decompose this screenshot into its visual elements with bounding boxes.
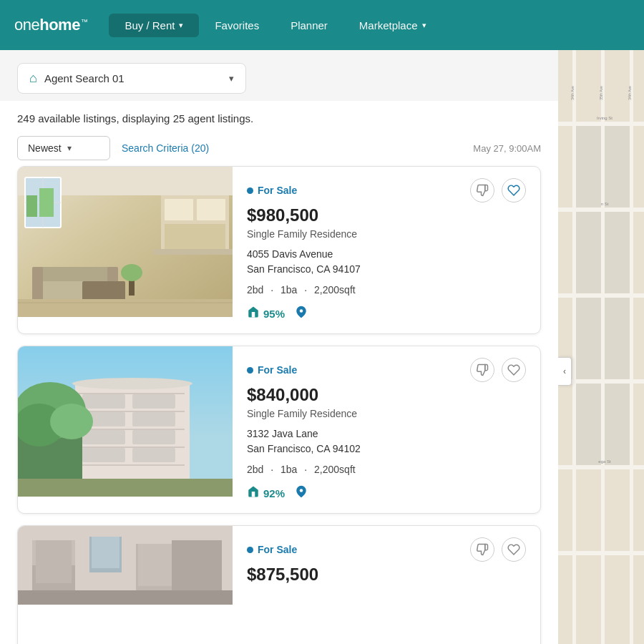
svg-rect-14	[32, 267, 118, 281]
sort-dropdown[interactable]: Newest ▾	[17, 136, 110, 160]
marketplace-chevron-icon: ▾	[422, 21, 426, 30]
listing-address-2: 3132 Java Lane San Francisco, CA 94102	[247, 426, 526, 457]
nav-buy-rent[interactable]: Buy / Rent ▾	[109, 14, 199, 37]
svg-rect-56	[18, 590, 233, 605]
svg-rect-20	[18, 299, 233, 317]
nav-planner[interactable]: Planner	[275, 14, 343, 37]
svg-rect-68	[576, 126, 601, 208]
status-dot-2	[247, 367, 253, 374]
svg-rect-44	[18, 479, 233, 497]
svg-rect-65	[572, 50, 576, 644]
svg-rect-15	[32, 267, 43, 303]
svg-rect-71	[605, 212, 630, 293]
listing-image-1[interactable]	[18, 167, 233, 333]
map-toggle-button[interactable]: ‹	[558, 357, 572, 386]
svg-rect-37	[82, 448, 125, 462]
svg-rect-50	[36, 540, 72, 583]
listing-card-2: For Sale	[17, 346, 541, 514]
dislike-button-3[interactable]	[470, 537, 494, 562]
svg-rect-72	[576, 298, 601, 379]
svg-rect-74	[576, 384, 601, 465]
listing-status-row-3: For Sale	[247, 537, 526, 562]
search-bar-area: ⌂ Agent Search 01 ▾	[0, 50, 558, 101]
svg-rect-38	[132, 448, 175, 462]
svg-rect-69	[605, 126, 630, 208]
listing-status-3: For Sale	[247, 544, 297, 555]
listings-summary: 249 available listings, displaying 25 ag…	[17, 112, 541, 125]
logo-light: one	[14, 16, 39, 34]
favorite-button-3[interactable]	[502, 537, 526, 562]
listing-actions-1	[470, 178, 526, 203]
favorite-button-1[interactable]	[502, 178, 526, 203]
search-chevron-icon: ▾	[229, 73, 234, 84]
sort-chevron-icon: ▾	[67, 143, 72, 153]
house-icon-2	[247, 485, 260, 502]
svg-rect-75	[605, 384, 630, 465]
svg-text:34th Ave: 34th Ave	[628, 86, 632, 100]
logo-bold: home	[39, 16, 80, 34]
svg-rect-31	[82, 394, 125, 409]
sort-label: Newest	[28, 142, 62, 154]
svg-rect-27	[79, 411, 185, 412]
dislike-button-1[interactable]	[470, 178, 494, 203]
svg-text:35th Ave: 35th Ave	[599, 86, 603, 100]
map-panel: ‹ Irving St n St	[558, 50, 644, 644]
listings-area: 249 available listings, displaying 25 ag…	[0, 101, 558, 644]
listing-status-2: For Sale	[247, 364, 297, 376]
search-label: Agent Search 01	[44, 72, 222, 84]
listing-type-1: Single Family Residence	[247, 228, 526, 240]
listing-image-2[interactable]	[18, 346, 233, 513]
property-photo-1	[18, 167, 233, 317]
svg-rect-36	[132, 430, 175, 444]
home-icon: ⌂	[29, 71, 37, 86]
svg-point-43	[50, 404, 93, 439]
listing-price-3: $875,500	[247, 565, 526, 585]
buy-rent-chevron-icon: ▾	[179, 21, 183, 30]
svg-point-23	[300, 309, 303, 313]
listing-specs-1: 2bd · 1ba · 2,200sqft	[247, 284, 526, 296]
left-panel: ⌂ Agent Search 01 ▾ 249 available listin…	[0, 50, 558, 644]
svg-rect-6	[26, 195, 37, 217]
listing-price-2: $840,000	[247, 385, 526, 405]
listing-status-1: For Sale	[247, 185, 297, 196]
listing-details-3: For Sale	[233, 526, 540, 644]
search-criteria-link[interactable]: Search Criteria (20)	[122, 142, 209, 154]
svg-point-39	[72, 378, 192, 389]
svg-text:ega St: ega St	[598, 459, 611, 464]
map-pin-icon-2[interactable]	[295, 485, 308, 502]
listing-price-1: $980,500	[247, 205, 526, 225]
svg-rect-26	[79, 393, 185, 394]
listing-card: For Sale	[17, 166, 541, 334]
svg-rect-54	[138, 544, 173, 586]
svg-rect-55	[172, 540, 222, 590]
svg-point-19	[121, 264, 142, 281]
listing-actions-3	[470, 537, 526, 562]
svg-rect-66	[601, 50, 605, 644]
svg-rect-28	[79, 429, 185, 430]
listing-image-3[interactable]	[18, 526, 233, 644]
listing-footer-2: 92%	[247, 485, 526, 502]
svg-rect-30	[79, 464, 185, 466]
nav-marketplace[interactable]: Marketplace ▾	[343, 14, 442, 37]
listings-controls: Newest ▾ Search Criteria (20) May 27, 9:…	[17, 136, 541, 160]
app-logo[interactable]: onehome™	[14, 16, 87, 34]
agent-search-dropdown[interactable]: ⌂ Agent Search 01 ▾	[17, 63, 246, 94]
main-nav: Buy / Rent ▾ Favorites Planner Marketpla…	[109, 14, 630, 37]
status-dot-1	[247, 187, 253, 194]
house-icon-1	[247, 306, 260, 322]
listing-specs-2: 2bd · 1ba · 2,200sqft	[247, 464, 526, 475]
svg-text:34th Ave: 34th Ave	[570, 86, 575, 100]
match-score-1: 95%	[247, 306, 285, 322]
listing-actions-2	[470, 358, 526, 382]
svg-rect-7	[39, 188, 54, 217]
svg-rect-10	[197, 199, 225, 220]
svg-rect-34	[132, 412, 175, 426]
favorite-button-2[interactable]	[502, 358, 526, 382]
listing-footer-1: 95%	[247, 306, 526, 322]
map-pin-icon-1[interactable]	[295, 306, 308, 322]
nav-favorites[interactable]: Favorites	[199, 14, 275, 37]
svg-rect-29	[79, 447, 185, 448]
dislike-button-2[interactable]	[470, 358, 494, 382]
svg-rect-52	[92, 537, 119, 568]
listing-details-2: For Sale	[233, 346, 540, 513]
